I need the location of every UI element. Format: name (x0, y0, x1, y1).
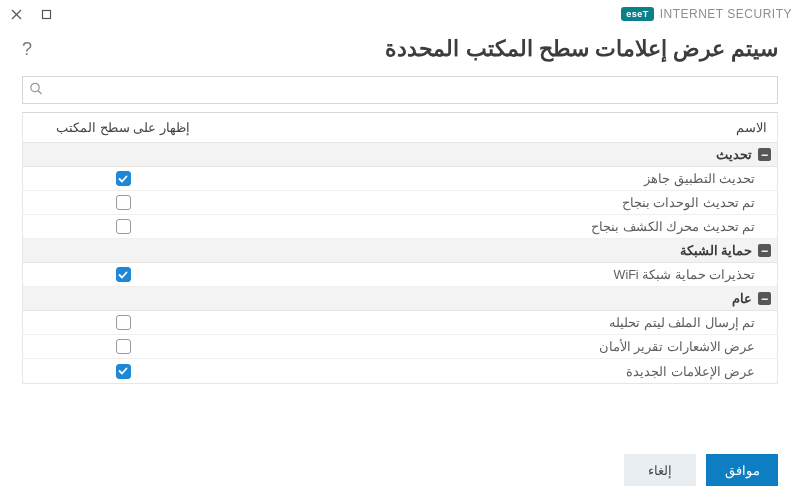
column-show: إظهار على سطح المكتب (23, 113, 223, 142)
page-title: سيتم عرض إعلامات سطح المكتب المحددة (385, 36, 778, 62)
collapse-icon[interactable]: − (758, 292, 771, 305)
cancel-button[interactable]: إلغاء (624, 454, 696, 486)
table-row: عرض الإعلامات الجديدة (23, 359, 777, 383)
group-label: عام (732, 291, 752, 306)
item-label: عرض الإعلامات الجديدة (223, 362, 777, 381)
title-bar: eseT INTERNET SECURITY (0, 0, 800, 28)
collapse-icon[interactable]: − (758, 244, 771, 257)
window-controls (8, 6, 54, 22)
item-label: عرض الاشعارات تقرير الأمان (223, 337, 777, 356)
checkbox[interactable] (116, 339, 131, 354)
group-row[interactable]: −تحديث (23, 143, 777, 167)
ok-button[interactable]: موافق (706, 454, 778, 486)
group-label: تحديث (716, 147, 752, 162)
checkbox[interactable] (116, 195, 131, 210)
help-icon[interactable]: ? (22, 39, 32, 60)
brand: eseT INTERNET SECURITY (621, 7, 792, 21)
item-label: تحديث التطبيق جاهز (223, 169, 777, 188)
group-row[interactable]: −حماية الشبكة (23, 239, 777, 263)
item-check-cell (23, 195, 223, 210)
table-row: تحذيرات حماية شبكة WiFi (23, 263, 777, 287)
item-label: تم إرسال الملف ليتم تحليله (223, 313, 777, 332)
checkbox[interactable] (116, 171, 131, 186)
close-icon[interactable] (8, 6, 24, 22)
item-check-cell (23, 267, 223, 282)
collapse-icon[interactable]: − (758, 148, 771, 161)
item-check-cell (23, 339, 223, 354)
brand-logo: eseT (621, 7, 654, 21)
table-row: تم تحديث محرك الكشف بنجاح (23, 215, 777, 239)
settings-table: الاسم إظهار على سطح المكتب −تحديثتحديث ا… (22, 112, 778, 384)
item-check-cell (23, 171, 223, 186)
group-label: حماية الشبكة (680, 243, 752, 258)
table-row: تحديث التطبيق جاهز (23, 167, 777, 191)
item-check-cell (23, 364, 223, 379)
table-header: الاسم إظهار على سطح المكتب (23, 113, 777, 143)
column-name: الاسم (223, 113, 777, 142)
checkbox[interactable] (116, 267, 131, 282)
svg-rect-0 (42, 10, 50, 18)
search-wrap (22, 76, 778, 104)
item-label: تم تحديث محرك الكشف بنجاح (223, 217, 777, 236)
search-input[interactable] (22, 76, 778, 104)
item-check-cell (23, 219, 223, 234)
dialog-footer: موافق إلغاء (624, 454, 778, 486)
checkbox[interactable] (116, 219, 131, 234)
checkbox[interactable] (116, 315, 131, 330)
checkbox[interactable] (116, 364, 131, 379)
group-row[interactable]: −عام (23, 287, 777, 311)
table-row: تم إرسال الملف ليتم تحليله (23, 311, 777, 335)
table-row: تم تحديث الوحدات بنجاح (23, 191, 777, 215)
item-check-cell (23, 315, 223, 330)
table-row: عرض الاشعارات تقرير الأمان (23, 335, 777, 359)
brand-product: INTERNET SECURITY (660, 7, 792, 21)
maximize-icon[interactable] (38, 6, 54, 22)
item-label: تم تحديث الوحدات بنجاح (223, 193, 777, 212)
item-label: تحذيرات حماية شبكة WiFi (223, 265, 777, 284)
